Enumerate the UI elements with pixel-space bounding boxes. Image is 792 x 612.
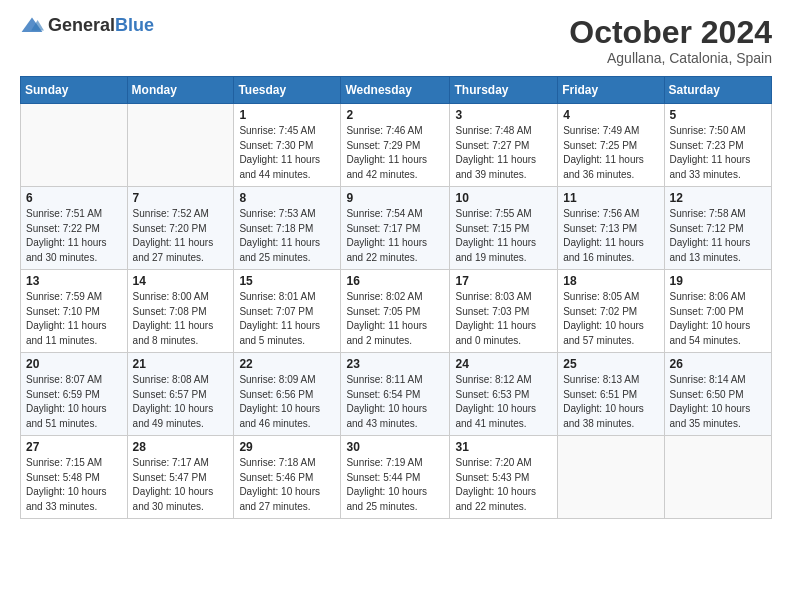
day-info: Sunrise: 7:20 AMSunset: 5:43 PMDaylight:… — [455, 456, 552, 514]
calendar-cell: 17Sunrise: 8:03 AMSunset: 7:03 PMDayligh… — [450, 270, 558, 353]
week-row-5: 27Sunrise: 7:15 AMSunset: 5:48 PMDayligh… — [21, 436, 772, 519]
calendar-cell: 5Sunrise: 7:50 AMSunset: 7:23 PMDaylight… — [664, 104, 771, 187]
col-tuesday: Tuesday — [234, 77, 341, 104]
calendar-cell — [127, 104, 234, 187]
calendar-cell: 18Sunrise: 8:05 AMSunset: 7:02 PMDayligh… — [558, 270, 664, 353]
day-number: 28 — [133, 440, 229, 454]
day-info: Sunrise: 7:45 AMSunset: 7:30 PMDaylight:… — [239, 124, 335, 182]
col-friday: Friday — [558, 77, 664, 104]
month-year: October 2024 — [569, 15, 772, 50]
title-block: October 2024 Agullana, Catalonia, Spain — [569, 15, 772, 66]
day-info: Sunrise: 7:18 AMSunset: 5:46 PMDaylight:… — [239, 456, 335, 514]
day-number: 5 — [670, 108, 766, 122]
col-saturday: Saturday — [664, 77, 771, 104]
day-number: 20 — [26, 357, 122, 371]
calendar-cell — [664, 436, 771, 519]
day-info: Sunrise: 7:49 AMSunset: 7:25 PMDaylight:… — [563, 124, 658, 182]
calendar-cell — [558, 436, 664, 519]
day-info: Sunrise: 7:55 AMSunset: 7:15 PMDaylight:… — [455, 207, 552, 265]
day-number: 18 — [563, 274, 658, 288]
week-row-3: 13Sunrise: 7:59 AMSunset: 7:10 PMDayligh… — [21, 270, 772, 353]
day-info: Sunrise: 7:51 AMSunset: 7:22 PMDaylight:… — [26, 207, 122, 265]
day-info: Sunrise: 8:13 AMSunset: 6:51 PMDaylight:… — [563, 373, 658, 431]
day-number: 19 — [670, 274, 766, 288]
day-info: Sunrise: 8:12 AMSunset: 6:53 PMDaylight:… — [455, 373, 552, 431]
day-number: 9 — [346, 191, 444, 205]
day-info: Sunrise: 7:53 AMSunset: 7:18 PMDaylight:… — [239, 207, 335, 265]
day-number: 13 — [26, 274, 122, 288]
calendar-cell: 27Sunrise: 7:15 AMSunset: 5:48 PMDayligh… — [21, 436, 128, 519]
calendar-cell: 6Sunrise: 7:51 AMSunset: 7:22 PMDaylight… — [21, 187, 128, 270]
day-info: Sunrise: 7:46 AMSunset: 7:29 PMDaylight:… — [346, 124, 444, 182]
col-thursday: Thursday — [450, 77, 558, 104]
calendar-cell: 16Sunrise: 8:02 AMSunset: 7:05 PMDayligh… — [341, 270, 450, 353]
day-info: Sunrise: 7:54 AMSunset: 7:17 PMDaylight:… — [346, 207, 444, 265]
day-info: Sunrise: 8:05 AMSunset: 7:02 PMDaylight:… — [563, 290, 658, 348]
logo-blue: Blue — [115, 15, 154, 35]
calendar-cell: 3Sunrise: 7:48 AMSunset: 7:27 PMDaylight… — [450, 104, 558, 187]
calendar-cell — [21, 104, 128, 187]
day-number: 2 — [346, 108, 444, 122]
col-wednesday: Wednesday — [341, 77, 450, 104]
calendar-cell: 12Sunrise: 7:58 AMSunset: 7:12 PMDayligh… — [664, 187, 771, 270]
col-sunday: Sunday — [21, 77, 128, 104]
day-info: Sunrise: 8:07 AMSunset: 6:59 PMDaylight:… — [26, 373, 122, 431]
day-number: 23 — [346, 357, 444, 371]
calendar-cell: 9Sunrise: 7:54 AMSunset: 7:17 PMDaylight… — [341, 187, 450, 270]
day-info: Sunrise: 7:48 AMSunset: 7:27 PMDaylight:… — [455, 124, 552, 182]
calendar-cell: 20Sunrise: 8:07 AMSunset: 6:59 PMDayligh… — [21, 353, 128, 436]
day-info: Sunrise: 8:03 AMSunset: 7:03 PMDaylight:… — [455, 290, 552, 348]
day-number: 21 — [133, 357, 229, 371]
day-number: 8 — [239, 191, 335, 205]
calendar-cell: 19Sunrise: 8:06 AMSunset: 7:00 PMDayligh… — [664, 270, 771, 353]
day-number: 25 — [563, 357, 658, 371]
calendar-cell: 10Sunrise: 7:55 AMSunset: 7:15 PMDayligh… — [450, 187, 558, 270]
day-number: 1 — [239, 108, 335, 122]
day-info: Sunrise: 8:01 AMSunset: 7:07 PMDaylight:… — [239, 290, 335, 348]
day-number: 22 — [239, 357, 335, 371]
calendar-table: Sunday Monday Tuesday Wednesday Thursday… — [20, 76, 772, 519]
day-number: 10 — [455, 191, 552, 205]
day-info: Sunrise: 7:50 AMSunset: 7:23 PMDaylight:… — [670, 124, 766, 182]
calendar-cell: 8Sunrise: 7:53 AMSunset: 7:18 PMDaylight… — [234, 187, 341, 270]
week-row-2: 6Sunrise: 7:51 AMSunset: 7:22 PMDaylight… — [21, 187, 772, 270]
calendar-cell: 31Sunrise: 7:20 AMSunset: 5:43 PMDayligh… — [450, 436, 558, 519]
day-number: 29 — [239, 440, 335, 454]
col-monday: Monday — [127, 77, 234, 104]
calendar-cell: 2Sunrise: 7:46 AMSunset: 7:29 PMDaylight… — [341, 104, 450, 187]
calendar-cell: 29Sunrise: 7:18 AMSunset: 5:46 PMDayligh… — [234, 436, 341, 519]
day-number: 15 — [239, 274, 335, 288]
day-number: 16 — [346, 274, 444, 288]
calendar-cell: 7Sunrise: 7:52 AMSunset: 7:20 PMDaylight… — [127, 187, 234, 270]
day-info: Sunrise: 8:09 AMSunset: 6:56 PMDaylight:… — [239, 373, 335, 431]
header: GeneralBlue October 2024 Agullana, Catal… — [20, 15, 772, 66]
calendar-cell: 23Sunrise: 8:11 AMSunset: 6:54 PMDayligh… — [341, 353, 450, 436]
day-number: 30 — [346, 440, 444, 454]
week-row-1: 1Sunrise: 7:45 AMSunset: 7:30 PMDaylight… — [21, 104, 772, 187]
calendar-cell: 25Sunrise: 8:13 AMSunset: 6:51 PMDayligh… — [558, 353, 664, 436]
calendar-cell: 14Sunrise: 8:00 AMSunset: 7:08 PMDayligh… — [127, 270, 234, 353]
day-number: 27 — [26, 440, 122, 454]
day-info: Sunrise: 8:06 AMSunset: 7:00 PMDaylight:… — [670, 290, 766, 348]
day-info: Sunrise: 8:08 AMSunset: 6:57 PMDaylight:… — [133, 373, 229, 431]
location: Agullana, Catalonia, Spain — [569, 50, 772, 66]
day-number: 14 — [133, 274, 229, 288]
day-info: Sunrise: 8:00 AMSunset: 7:08 PMDaylight:… — [133, 290, 229, 348]
page: GeneralBlue October 2024 Agullana, Catal… — [0, 0, 792, 612]
calendar-cell: 15Sunrise: 8:01 AMSunset: 7:07 PMDayligh… — [234, 270, 341, 353]
calendar-cell: 30Sunrise: 7:19 AMSunset: 5:44 PMDayligh… — [341, 436, 450, 519]
day-info: Sunrise: 7:56 AMSunset: 7:13 PMDaylight:… — [563, 207, 658, 265]
day-info: Sunrise: 8:14 AMSunset: 6:50 PMDaylight:… — [670, 373, 766, 431]
day-number: 6 — [26, 191, 122, 205]
calendar-cell: 21Sunrise: 8:08 AMSunset: 6:57 PMDayligh… — [127, 353, 234, 436]
week-row-4: 20Sunrise: 8:07 AMSunset: 6:59 PMDayligh… — [21, 353, 772, 436]
day-number: 17 — [455, 274, 552, 288]
weekday-header-row: Sunday Monday Tuesday Wednesday Thursday… — [21, 77, 772, 104]
calendar-cell: 4Sunrise: 7:49 AMSunset: 7:25 PMDaylight… — [558, 104, 664, 187]
day-number: 26 — [670, 357, 766, 371]
day-number: 3 — [455, 108, 552, 122]
day-info: Sunrise: 7:52 AMSunset: 7:20 PMDaylight:… — [133, 207, 229, 265]
day-number: 4 — [563, 108, 658, 122]
day-info: Sunrise: 7:59 AMSunset: 7:10 PMDaylight:… — [26, 290, 122, 348]
day-number: 7 — [133, 191, 229, 205]
